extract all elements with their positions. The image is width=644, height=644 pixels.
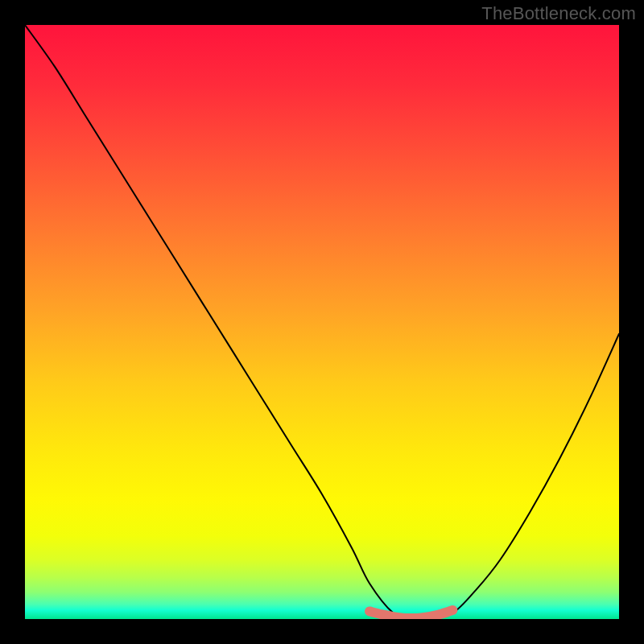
- watermark-text: TheBottleneck.com: [481, 3, 636, 24]
- chart-svg: [25, 25, 619, 619]
- chart-container: TheBottleneck.com: [0, 0, 644, 644]
- plot-area: [25, 25, 619, 619]
- gradient-background: [25, 25, 619, 619]
